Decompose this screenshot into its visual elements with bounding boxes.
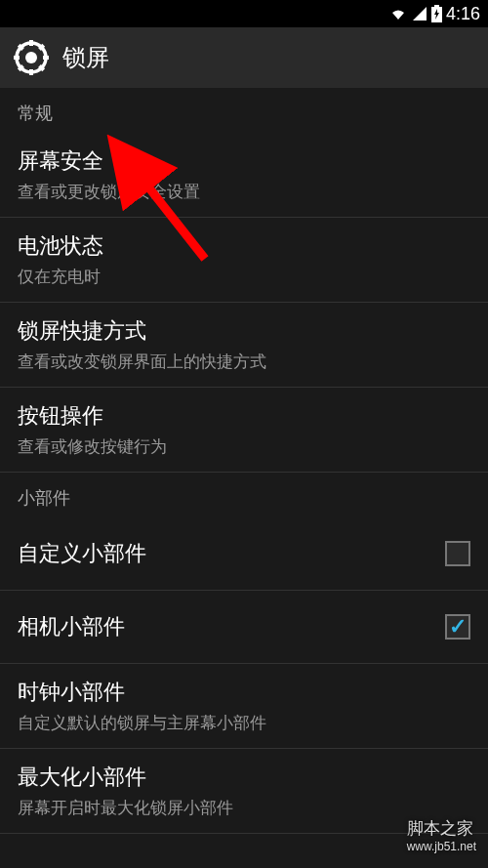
page-title: 锁屏 [62, 42, 109, 73]
checkbox-camera-widget[interactable] [445, 614, 470, 640]
setting-subtitle: 屏幕开启时最大化锁屏小部件 [18, 797, 470, 819]
setting-title: 自定义小部件 [18, 539, 146, 568]
setting-title: 按钮操作 [18, 401, 470, 431]
setting-lockscreen-shortcuts[interactable]: 锁屏快捷方式 查看或改变锁屏界面上的快捷方式 [0, 303, 488, 388]
setting-camera-widget[interactable]: 相机小部件 [0, 591, 488, 664]
setting-title: 电池状态 [18, 231, 470, 261]
svg-point-3 [25, 52, 37, 63]
watermark: 脚本之家 www.jb51.net [407, 817, 476, 853]
settings-list: 常规 屏幕安全 查看或更改锁屏安全设置 电池状态 仅在充电时 锁屏快捷方式 查看… [0, 88, 488, 834]
svg-rect-4 [29, 40, 33, 46]
setting-subtitle: 查看或更改锁屏安全设置 [18, 181, 470, 203]
setting-clock-widget[interactable]: 时钟小部件 自定义默认的锁屏与主屏幕小部件 [0, 664, 488, 749]
status-icons: 4:16 [388, 4, 480, 24]
wifi-icon [388, 6, 408, 21]
setting-subtitle: 查看或改变锁屏界面上的快捷方式 [18, 351, 470, 373]
setting-title: 时钟小部件 [18, 678, 470, 707]
svg-rect-1 [434, 5, 439, 7]
setting-title: 锁屏快捷方式 [18, 316, 470, 346]
setting-screen-security[interactable]: 屏幕安全 查看或更改锁屏安全设置 [0, 133, 488, 218]
setting-subtitle: 自定义默认的锁屏与主屏幕小部件 [18, 712, 470, 734]
setting-subtitle: 查看或修改按键行为 [18, 435, 470, 458]
setting-subtitle: 仅在充电时 [18, 266, 470, 288]
section-header-general: 常规 [0, 88, 488, 133]
checkbox-custom-widget[interactable] [445, 541, 470, 566]
watermark-url: www.jb51.net [407, 840, 476, 853]
setting-battery-status[interactable]: 电池状态 仅在充电时 [0, 218, 488, 303]
setting-title: 屏幕安全 [18, 146, 470, 176]
section-header-widgets: 小部件 [0, 473, 488, 517]
signal-icon [412, 6, 427, 21]
setting-title: 最大化小部件 [18, 763, 470, 792]
status-bar: 4:16 [0, 0, 488, 27]
app-header: 锁屏 [0, 27, 488, 88]
status-time: 4:16 [446, 4, 480, 24]
svg-rect-6 [14, 56, 20, 60]
svg-rect-7 [43, 56, 49, 60]
setting-button-actions[interactable]: 按钮操作 查看或修改按键行为 [0, 388, 488, 473]
settings-gear-icon [14, 40, 49, 75]
setting-custom-widget[interactable]: 自定义小部件 [0, 517, 488, 591]
battery-charging-icon [431, 5, 442, 22]
setting-title: 相机小部件 [18, 612, 125, 641]
watermark-brand: 脚本之家 [407, 819, 473, 838]
svg-rect-5 [29, 69, 33, 75]
